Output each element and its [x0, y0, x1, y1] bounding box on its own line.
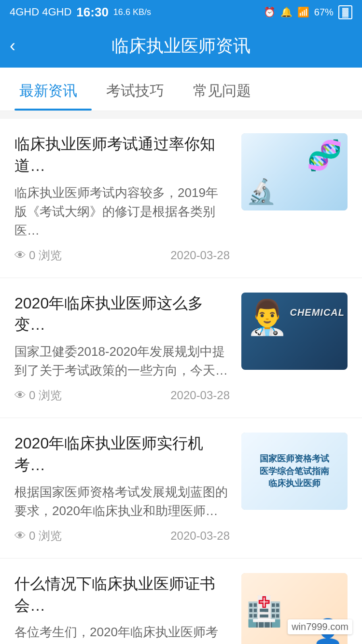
watermark: win7999.com [288, 619, 352, 634]
view-label: 0 浏览 [29, 528, 62, 544]
page-title: 临床执业医师资讯 [111, 34, 251, 58]
back-button[interactable]: ‹ [10, 36, 15, 56]
article-image [241, 133, 348, 210]
article-title: 2020年临床执业医师这么多变… [14, 293, 230, 336]
clock-icon: ⏰ [264, 6, 276, 18]
eye-icon: 👁 [14, 529, 26, 543]
article-desc: 根据国家医师资格考试发展规划蓝图的要求，2020年临床执业和助理医师… [14, 483, 230, 520]
view-count: 👁 0 浏览 [14, 248, 62, 263]
article-content: 2020年临床执业医师实行机考… 根据国家医师资格考试发展规划蓝图的要求，202… [14, 433, 230, 544]
article-list: 临床执业医师考试通过率你知道… 临床执业医师考试内容较多，2019年版《考试大纲… [0, 119, 362, 644]
article-title: 临床执业医师考试通过率你知道… [14, 133, 230, 177]
time-label: 16:30 [76, 5, 109, 20]
tab-latest[interactable]: 最新资讯 [14, 68, 92, 111]
exam-image: 国家医师资格考试 医学综合笔试指南 临床执业医师 [241, 433, 348, 510]
carrier-label: 4GHD 4GHD [10, 6, 71, 18]
tab-bar: 最新资讯 考试技巧 常见问题 [0, 68, 362, 111]
view-count: 👁 0 浏览 [14, 528, 62, 544]
article-image: CHEMICAL [241, 293, 348, 370]
article-content: 临床执业医师考试通过率你知道… 临床执业医师考试内容较多，2019年版《考试大纲… [14, 133, 230, 263]
exam-line2: 医学综合笔试指南 [260, 465, 329, 477]
eye-icon: 👁 [14, 389, 26, 402]
list-item[interactable]: 临床执业医师考试通过率你知道… 临床执业医师考试内容较多，2019年版《考试大纲… [0, 119, 362, 278]
exam-line1: 国家医师资格考试 [260, 453, 329, 465]
battery-icon: ▓ [338, 5, 352, 19]
status-bar: 4GHD 4GHD 16:30 16.6 KB/s ⏰ 🔔 📶 67% ▓ [0, 0, 362, 24]
speed-label: 16.6 KB/s [113, 7, 151, 17]
article-content: 什么情况下临床执业医师证书会… 各位考生们，2020年临床执业医师考试已经开始报… [14, 573, 230, 644]
list-item[interactable]: 2020年临床执业医师这么多变… 国家卫健委2018-2020年发展规划中提到了… [0, 278, 362, 419]
article-image: 国家医师资格考试 医学综合笔试指南 临床执业医师 [241, 433, 348, 510]
list-item[interactable]: 2020年临床执业医师实行机考… 根据国家医师资格考试发展规划蓝图的要求，202… [0, 418, 362, 559]
doctor-image: CHEMICAL [241, 293, 348, 370]
view-label: 0 浏览 [29, 248, 62, 263]
battery-label: 67% [314, 7, 334, 18]
notification-icon: 🔔 [280, 6, 292, 18]
chemical-label: CHEMICAL [290, 307, 345, 318]
article-content: 2020年临床执业医师这么多变… 国家卫健委2018-2020年发展规划中提到了… [14, 293, 230, 404]
exam-img-title: 国家医师资格考试 医学综合笔试指南 临床执业医师 [260, 453, 329, 490]
header: ‹ 临床执业医师资讯 [0, 24, 362, 68]
watermark-text: win7999.com [292, 621, 348, 632]
status-left: 4GHD 4GHD 16:30 16.6 KB/s [10, 5, 151, 20]
article-meta: 👁 0 浏览 2020-03-28 [14, 388, 230, 403]
tab-faq[interactable]: 常见问题 [188, 68, 265, 111]
exam-line3: 临床执业医师 [260, 477, 329, 490]
tab-tips[interactable]: 考试技巧 [101, 68, 179, 111]
article-desc: 国家卫健委2018-2020年发展规划中提到了关于考试政策的一些方向，今天… [14, 342, 230, 380]
article-desc: 临床执业医师考试内容较多，2019年版《考试大纲》的修订是根据各类别医… [14, 183, 230, 240]
article-title: 2020年临床执业医师实行机考… [14, 433, 230, 476]
article-date: 2020-03-28 [170, 249, 230, 262]
article-meta: 👁 0 浏览 2020-03-28 [14, 528, 230, 544]
article-desc: 各位考生们，2020年临床执业医师考试已经开始报名，临床执业医师是指… [14, 623, 230, 644]
view-count: 👁 0 浏览 [14, 388, 62, 403]
article-date: 2020-03-28 [170, 389, 230, 402]
article-date: 2020-03-28 [170, 529, 230, 543]
status-right: ⏰ 🔔 📶 67% ▓ [264, 5, 352, 19]
science-image [241, 133, 348, 210]
view-label: 0 浏览 [29, 388, 62, 403]
article-title: 什么情况下临床执业医师证书会… [14, 573, 230, 616]
article-meta: 👁 0 浏览 2020-03-28 [14, 248, 230, 263]
eye-icon: 👁 [14, 249, 26, 262]
wifi-icon: 📶 [297, 6, 309, 18]
